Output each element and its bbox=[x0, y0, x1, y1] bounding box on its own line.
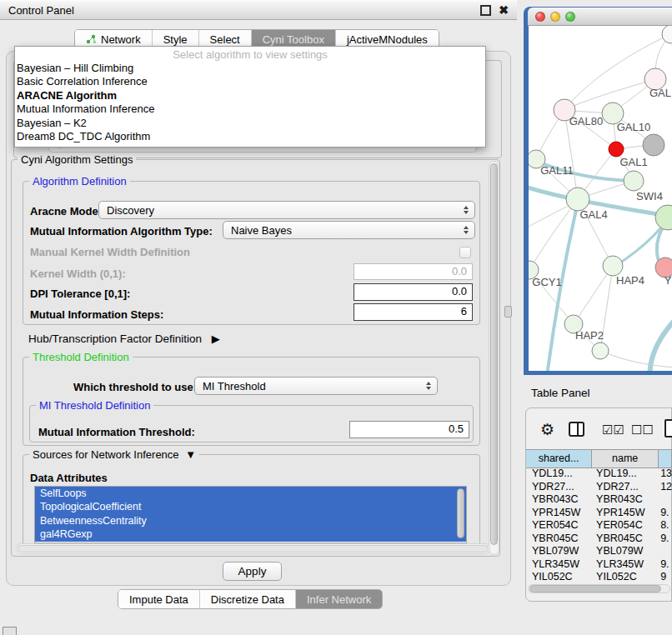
node-SWI4[interactable] bbox=[655, 205, 672, 230]
table-cell[interactable]: 9. bbox=[659, 558, 672, 572]
hub-definition-toggle[interactable]: Hub/Transcription Factor Definition ▶ bbox=[28, 332, 220, 345]
table-cell[interactable]: YDR27... bbox=[526, 481, 592, 494]
bottom-tab-impute-data[interactable]: Impute Data bbox=[118, 590, 199, 608]
table-cell[interactable]: YER054C bbox=[592, 519, 659, 532]
which-threshold-combobox[interactable]: MI Threshold bbox=[194, 377, 438, 395]
network-edge[interactable] bbox=[649, 318, 672, 371]
table-cell[interactable] bbox=[659, 493, 672, 507]
bottom-tabbar: Impute DataDiscretize DataInfer Network bbox=[118, 589, 383, 609]
split-panel-icon[interactable] bbox=[569, 422, 584, 437]
gear-icon[interactable]: ⚙ bbox=[540, 420, 554, 439]
manual-kernel-checkbox[interactable] bbox=[459, 247, 471, 258]
attribute-item-gal4rgexp[interactable]: gal4RGexp bbox=[35, 528, 466, 541]
table-cell[interactable]: 9. bbox=[659, 507, 672, 520]
apply-button[interactable]: Apply bbox=[223, 562, 282, 581]
minimize-window-icon[interactable] bbox=[550, 12, 560, 22]
kernel-width-input[interactable]: 0.0 bbox=[354, 263, 473, 280]
column-header-name[interactable]: name bbox=[592, 450, 659, 468]
network-edge[interactable] bbox=[574, 266, 613, 324]
expand-right-icon[interactable]: ▶ bbox=[212, 332, 220, 345]
dpi-tolerance-input[interactable]: 0.0 bbox=[354, 283, 473, 301]
algorithm-option-mutual-information-inference[interactable]: Mutual Information Inference bbox=[15, 102, 485, 116]
deselect-all-icon[interactable]: ☐☐ bbox=[631, 422, 654, 438]
bottom-tab-infer-network[interactable]: Infer Network bbox=[295, 590, 382, 608]
attributes-scrollbar-thumb[interactable] bbox=[457, 488, 464, 538]
table-cell[interactable]: YDL19... bbox=[526, 468, 592, 481]
float-panel-icon[interactable] bbox=[480, 5, 491, 16]
mi-steps-input[interactable]: 6 bbox=[354, 303, 473, 321]
table-cell[interactable]: YIL052C bbox=[592, 571, 659, 583]
table-cell[interactable]: YBL079W bbox=[526, 545, 592, 558]
node-GAL4[interactable] bbox=[566, 188, 589, 211]
aracne-mode-combobox[interactable]: Discovery bbox=[98, 201, 475, 219]
algorithm-option-bayesian-hill-climbing[interactable]: Bayesian – Hill Climbing bbox=[15, 62, 485, 75]
table-row[interactable]: YBR043CYBR043C bbox=[526, 493, 672, 507]
node-GAL1-label: GAL1 bbox=[619, 156, 647, 168]
collapse-down-icon[interactable]: ▼ bbox=[185, 448, 196, 461]
table-row[interactable]: YBL079WYBL079W bbox=[526, 545, 672, 558]
node-top-partial[interactable] bbox=[662, 26, 672, 43]
attribute-item-topologicalcoefficient[interactable]: TopologicalCoefficient bbox=[35, 500, 466, 513]
attribute-item-betweennesscentrality[interactable]: BetweennessCentrality bbox=[35, 514, 466, 528]
algorithm-option-dream8-dc-tdc-algorithm[interactable]: Dream8 DC_TDC Algorithm bbox=[15, 130, 485, 143]
table-cell[interactable]: YPR145W bbox=[592, 507, 659, 520]
network-window-titlebar[interactable] bbox=[528, 8, 672, 26]
table-cell[interactable] bbox=[659, 545, 672, 558]
network-canvas[interactable]: GALGAL80GAL10GAL1GAL11GAL4SWI4GCY1HAP4YH… bbox=[529, 26, 672, 371]
table-row[interactable]: YLR345WYLR345W9. bbox=[526, 558, 672, 572]
settings-hscrollbar-thumb[interactable] bbox=[18, 545, 489, 552]
mi-type-combobox[interactable]: Naive Bayes bbox=[223, 221, 475, 239]
table-row[interactable]: YBR045CYBR045C9. bbox=[526, 532, 672, 546]
table-cell[interactable]: YBR043C bbox=[592, 493, 659, 507]
aracne-mode-value: Discovery bbox=[107, 204, 154, 217]
table-cell[interactable]: 9 bbox=[659, 571, 672, 583]
table-cell[interactable]: YIL052C bbox=[526, 571, 592, 583]
node-GAL1[interactable] bbox=[609, 142, 624, 157]
table-row[interactable]: YDR27...YDR27...12 bbox=[526, 481, 672, 494]
select-all-icon[interactable]: ☑☑ bbox=[602, 422, 624, 438]
algorithm-option-bayesian-k2[interactable]: Bayesian – K2 bbox=[15, 117, 485, 130]
table-cell[interactable]: 12 bbox=[659, 481, 672, 494]
table-row[interactable]: YPR145WYPR145W9. bbox=[526, 507, 672, 520]
node-bottom-partial[interactable] bbox=[592, 342, 609, 359]
close-panel-icon[interactable]: ✖ bbox=[499, 5, 509, 15]
mi-threshold-input[interactable]: 0.5 bbox=[349, 421, 469, 438]
table-cell[interactable]: YPR145W bbox=[526, 507, 592, 520]
algorithm-option-basic-correlation-inference[interactable]: Basic Correlation Inference bbox=[15, 75, 485, 88]
document-icon[interactable] bbox=[664, 419, 672, 438]
table-cell[interactable]: YDL19... bbox=[592, 468, 659, 481]
attribute-item-selfloops[interactable]: SelfLoops bbox=[35, 487, 466, 500]
zoom-window-icon[interactable] bbox=[565, 12, 575, 22]
node-gray[interactable] bbox=[643, 134, 664, 156]
table-row[interactable]: YDL19...YDL19...13 bbox=[526, 468, 672, 481]
table-cell[interactable]: YER054C bbox=[526, 519, 592, 532]
panel-splitter-grip[interactable] bbox=[504, 306, 512, 318]
network-edge[interactable] bbox=[600, 351, 672, 368]
table-cell[interactable]: YDR27... bbox=[592, 481, 659, 494]
table-row[interactable]: YIL052CYIL052C9 bbox=[526, 571, 672, 583]
table-cell[interactable]: YBR045C bbox=[592, 532, 659, 546]
combo-stepper-icon bbox=[426, 382, 431, 390]
table-cell[interactable]: YLR345W bbox=[526, 558, 592, 572]
column-header-shared[interactable]: shared... bbox=[526, 450, 592, 468]
bottom-corner-icon[interactable] bbox=[3, 627, 17, 635]
table-hscrollbar-thumb[interactable] bbox=[529, 585, 661, 592]
bottom-tab-discretize-data[interactable]: Discretize Data bbox=[199, 590, 295, 608]
node-HAP4[interactable] bbox=[603, 256, 623, 276]
table-row[interactable]: YER054CYER054C8. bbox=[526, 519, 672, 532]
table-cell[interactable]: 13 bbox=[659, 468, 672, 481]
node-green-mid[interactable] bbox=[624, 171, 644, 191]
algorithm-option-aracne-algorithm[interactable]: ARACNE Algorithm bbox=[15, 89, 485, 102]
mi-type-label: Mutual Information Algorithm Type: bbox=[30, 225, 213, 238]
bottom-tab-label: Infer Network bbox=[307, 593, 371, 606]
column-header-extra[interactable] bbox=[659, 450, 672, 468]
data-attributes-listbox[interactable]: SelfLoopsTopologicalCoefficientBetweenne… bbox=[34, 486, 467, 543]
table-cell[interactable]: YBR045C bbox=[526, 532, 592, 546]
settings-scrollbar-thumb[interactable] bbox=[490, 163, 498, 545]
table-cell[interactable]: YBR043C bbox=[526, 493, 592, 507]
table-cell[interactable]: YLR345W bbox=[592, 558, 659, 572]
table-cell[interactable]: 8. bbox=[659, 519, 672, 532]
table-cell[interactable]: YBL079W bbox=[592, 545, 659, 558]
close-window-icon[interactable] bbox=[535, 12, 545, 22]
table-cell[interactable]: 9. bbox=[659, 532, 672, 546]
